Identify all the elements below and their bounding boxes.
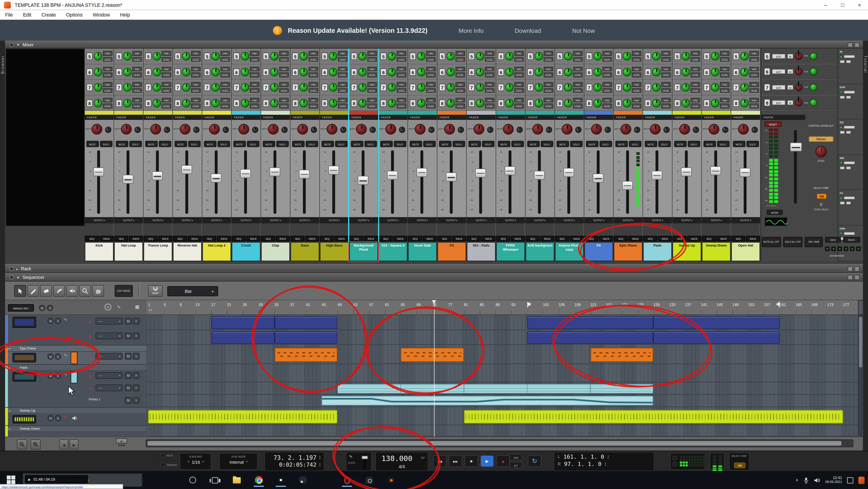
click-level-cap[interactable] [362,456,368,459]
pan-knob[interactable] [399,127,405,133]
section-control[interactable] [840,95,845,98]
lane-dropdown[interactable]: —▾ [96,372,123,379]
step-down-icon[interactable]: ▾ [319,458,320,460]
channel-rack-button[interactable]: RACK [393,236,408,241]
section-control[interactable] [844,196,855,200]
width-knob[interactable] [121,124,132,135]
step-down-icon[interactable]: ▾ [608,457,609,459]
record-enable-dot[interactable]: ● [89,373,91,379]
track-mute-button[interactable]: M [48,415,54,421]
send-pre-button[interactable]: PRE [191,51,201,56]
channel-rack-button[interactable]: RACK [217,236,231,241]
channel-output-selector[interactable]: OUTPUT ▾ [144,217,173,224]
send-level-knob[interactable] [182,52,191,61]
fader-cap[interactable] [416,168,428,177]
send-level-button[interactable]: LEVEL [573,57,583,61]
solo-button[interactable]: SOLO [158,140,171,147]
send-level-knob[interactable] [358,52,367,61]
send-level-button[interactable]: LEVEL [103,73,113,77]
channel-output-selector[interactable]: OUTPUT ▾ [202,217,231,224]
send-pre-button[interactable]: PRE [485,97,495,102]
tap-button[interactable]: TAP [421,456,425,459]
send-pre-button[interactable]: PRE [397,66,406,71]
send-level-button[interactable]: LEVEL [132,88,142,93]
loop-button[interactable]: ↻ [528,455,541,467]
send-level-knob[interactable] [182,68,191,76]
solo-button[interactable]: SOLO [100,140,112,147]
send-pre-button[interactable]: PRE [485,66,495,71]
taskbar-dark-app-icon[interactable] [363,473,375,487]
channel-seq-button[interactable]: SEQ [673,236,687,241]
fader-cap[interactable] [270,167,281,176]
master-send-level-knob[interactable] [810,99,817,107]
fader-cap[interactable] [299,169,310,178]
menu-file[interactable]: File [0,10,18,20]
fader-cap[interactable] [123,175,133,184]
send-level-button[interactable]: LEVEL [720,88,730,93]
send-level-knob[interactable] [270,68,279,76]
fader-cap[interactable] [563,168,575,177]
send-pre-button[interactable]: PRE [367,82,377,87]
send-pre-button[interactable]: PRE [220,66,230,71]
send-level-knob[interactable] [153,98,161,107]
send-pre-button[interactable]: PRE [514,97,524,102]
send-level-button[interactable]: LEVEL [220,57,230,61]
time-steppers[interactable]: ▴▾ [319,462,320,467]
width-knob[interactable] [591,124,602,135]
send-level-button[interactable]: LEVEL [397,104,406,108]
section-control[interactable] [846,202,851,205]
send-level-button[interactable]: LEVEL [690,88,700,93]
pan-knob[interactable] [281,127,288,133]
global-mute-button[interactable]: M [39,305,45,311]
fader-cap[interactable] [240,169,251,178]
fader-track[interactable] [244,150,247,214]
menu-create[interactable]: Create [36,10,61,20]
send-level-button[interactable]: LEVEL [661,88,671,93]
taskbar-edge-icon[interactable] [319,473,331,487]
lane-mute-button[interactable]: M [125,333,132,339]
horizontal-scrollbar[interactable] [146,439,853,448]
width-knob[interactable] [268,124,279,135]
send-level-knob[interactable] [564,98,572,107]
pan-knob[interactable] [634,127,640,133]
send-edit-button[interactable]: EDIT [772,69,785,75]
record-enable-dot[interactable]: ● [89,353,91,360]
fold-triangle-icon[interactable]: ▸ [9,364,10,371]
mixer-section-header[interactable]: ▼ Mixer [5,41,863,49]
clip-blue[interactable] [274,316,338,329]
channel-name-tab[interactable]: Anjuna Pluck copy [555,242,584,261]
microphone-icon[interactable] [804,477,809,483]
send-pre-button[interactable]: PRE [514,51,524,56]
menu-help[interactable]: Help [115,10,135,20]
send-level-button[interactable]: LEVEL [485,88,495,93]
send-pre-button[interactable]: PRE [426,66,436,71]
strip-section-in[interactable]: IN [838,49,863,84]
width-knob[interactable] [415,124,426,135]
send-level-button[interactable]: LEVEL [250,73,259,77]
channel-name-tab[interactable]: Hat Loop [114,242,143,261]
send-level-knob[interactable] [270,98,279,107]
send-edit-button[interactable]: EDIT [772,54,785,59]
channel-rack-button[interactable]: RACK [158,236,173,241]
channel-rack-button[interactable]: RACK [717,236,731,241]
channel-output-selector[interactable]: OUTPUT ▾ [290,217,319,224]
manual-rec-button[interactable]: MANUAL REC [8,304,34,312]
send-level-knob[interactable] [535,68,543,76]
send-level-button[interactable]: LEVEL [690,73,700,77]
send-pre-button[interactable]: PRE [690,97,700,102]
send-level-button[interactable]: LEVEL [250,104,259,108]
timeline-ruler[interactable]: 1591317212529333741454953576165697377818… [147,300,858,315]
pan-knob[interactable] [663,127,670,133]
send-level-knob[interactable] [358,83,367,92]
send-level-knob[interactable] [300,98,308,107]
fold-triangle-icon[interactable]: ▸ [9,407,10,414]
lane-mute-button[interactable]: M [125,318,132,324]
send-level-knob[interactable] [740,52,749,61]
section-control[interactable] [846,95,851,98]
magnify-tool[interactable] [79,285,91,297]
track-mute-button[interactable]: M [48,353,54,360]
solo-button[interactable]: SOLO [217,140,230,147]
fader-track[interactable] [156,150,159,214]
send-level-button[interactable]: LEVEL [720,57,730,61]
section-control[interactable] [846,131,851,134]
